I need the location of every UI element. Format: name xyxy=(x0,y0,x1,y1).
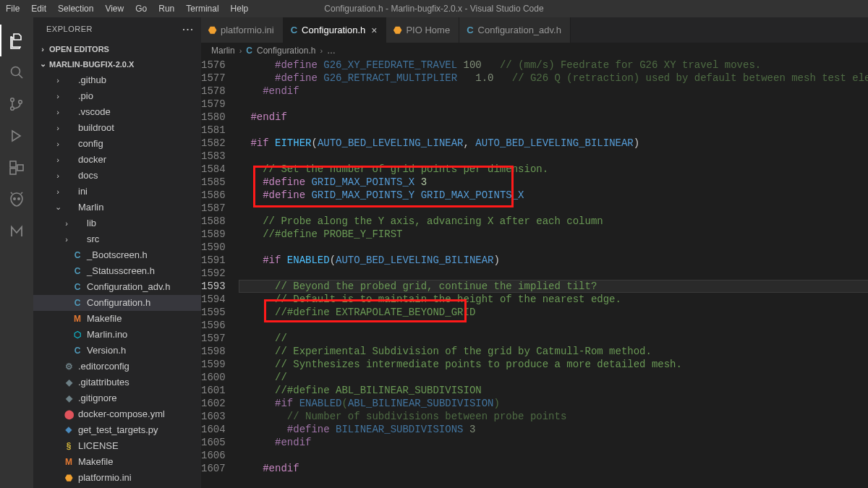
close-icon[interactable]: × xyxy=(371,25,377,36)
file-item[interactable]: MMakefile xyxy=(33,311,201,327)
tree-item-label: docker xyxy=(78,154,106,165)
code-line: // Beyond the probed grid, continue the … xyxy=(239,280,868,293)
folder-item[interactable]: ›.pio xyxy=(33,88,201,104)
folder-item[interactable]: ›buildroot xyxy=(33,120,201,136)
folder-icon xyxy=(62,138,75,150)
file-item[interactable]: C_Statusscreen.h xyxy=(33,263,201,279)
tree-item-label: _Statusscreen.h xyxy=(87,265,155,276)
activity-source-control[interactable] xyxy=(0,88,33,120)
editor-tab[interactable]: CConfiguration.h× xyxy=(284,17,387,43)
chevron-right-icon: › xyxy=(54,92,62,100)
code-line: // xyxy=(239,371,868,384)
line-number: 1594 xyxy=(201,293,226,306)
code-area[interactable]: 1576157715781579158015811582158315841585… xyxy=(201,59,868,488)
tree-item-label: .pio xyxy=(78,90,93,101)
tab-label: PIO Home xyxy=(406,25,450,35)
file-item[interactable]: MMakefile xyxy=(33,454,201,470)
code-line xyxy=(239,150,868,163)
chevron-right-icon: › xyxy=(38,45,48,53)
file-item[interactable]: ⬣platformio.ini xyxy=(33,470,201,486)
chevron-down-icon: ⌄ xyxy=(54,202,62,212)
file-item[interactable]: ◆.gitattributes xyxy=(33,374,201,390)
tree-item-label: .gitignore xyxy=(78,393,116,403)
menu-run[interactable]: Run xyxy=(153,0,180,17)
editor-tabs: ⬣platformio.iniCConfiguration.h×⬣PIO Hom… xyxy=(201,17,868,43)
chevron-right-icon: › xyxy=(54,76,62,85)
folder-item[interactable]: ›.vscode xyxy=(33,104,201,120)
code-line: #define G26_XY_FEEDRATE_TRAVEL 100 // (m… xyxy=(239,59,868,72)
file-item[interactable]: {}process-palette.json xyxy=(33,486,201,488)
file-item[interactable]: ⬤docker-compose.yml xyxy=(33,406,201,422)
sidebar-more-icon[interactable]: ··· xyxy=(182,27,194,31)
folder-item[interactable]: ›src xyxy=(33,231,201,247)
editor-tab[interactable]: ⬣PIO Home xyxy=(386,17,459,43)
open-editors-section[interactable]: › OPEN EDITORS xyxy=(33,41,201,56)
file-item[interactable]: ◆.gitignore xyxy=(33,390,201,406)
activity-run-debug[interactable] xyxy=(0,120,33,152)
editor-tab[interactable]: ⬣platformio.ini xyxy=(201,17,284,43)
menu-selection[interactable]: Selection xyxy=(52,0,99,17)
file-item[interactable]: ⯁get_test_targets.py xyxy=(33,422,201,438)
code-line: #endif xyxy=(239,111,868,124)
line-number: 1593 xyxy=(201,280,226,293)
tree-item-label: lib xyxy=(87,218,96,228)
folder-item[interactable]: ⌄Marlin xyxy=(33,200,201,215)
file-item[interactable]: CConfiguration_adv.h xyxy=(33,279,201,295)
c-file-icon: C xyxy=(246,46,252,56)
file-icon: ⚙ xyxy=(62,361,75,372)
activity-search[interactable] xyxy=(0,56,33,88)
file-item[interactable]: CConfiguration.h xyxy=(33,295,201,311)
code-line: #if EITHER(AUTO_BED_LEVELING_LINEAR, AUT… xyxy=(239,137,868,150)
line-number: 1597 xyxy=(201,332,226,345)
file-item[interactable]: ⬡Marlin.ino xyxy=(33,327,201,343)
line-number: 1579 xyxy=(201,98,226,111)
code-line xyxy=(239,124,868,137)
folder-item[interactable]: ›docker xyxy=(33,152,201,168)
editor-tab[interactable]: CConfiguration_adv.h xyxy=(459,17,571,43)
file-icon: C xyxy=(71,297,84,309)
chevron-right-icon: › xyxy=(54,187,62,196)
activity-extensions[interactable] xyxy=(0,152,33,184)
menu-edit[interactable]: Edit xyxy=(25,0,52,17)
workspace-label: MARLIN-BUGFIX-2.0.X xyxy=(49,60,134,69)
search-icon xyxy=(8,64,25,81)
source-control-icon xyxy=(8,95,25,113)
code-line: // Experimental Subdivision of the grid … xyxy=(239,345,868,358)
file-item[interactable]: CVersion.h xyxy=(33,343,201,359)
activity-explorer[interactable] xyxy=(0,25,33,56)
folder-item[interactable]: ›ini xyxy=(33,184,201,200)
breadcrumb-file: Configuration.h xyxy=(257,46,315,56)
menu-go[interactable]: Go xyxy=(129,0,153,17)
file-item[interactable]: §LICENSE xyxy=(33,438,201,454)
file-icon: M xyxy=(71,313,84,325)
chevron-right-icon: › xyxy=(54,171,62,180)
menu-help[interactable]: Help xyxy=(225,0,255,17)
activity-marlin[interactable] xyxy=(0,215,33,247)
code-content[interactable]: #define G26_XY_FEEDRATE_TRAVEL 100 // (m… xyxy=(239,59,868,488)
folder-item[interactable]: ›config xyxy=(33,136,201,152)
folder-item[interactable]: ›docs xyxy=(33,168,201,184)
activity-platformio[interactable] xyxy=(0,184,33,215)
workspace-section[interactable]: ⌄ MARLIN-BUGFIX-2.0.X xyxy=(33,56,201,72)
line-number: 1587 xyxy=(201,202,226,215)
folder-item[interactable]: ›lib xyxy=(33,215,201,231)
extensions-icon xyxy=(8,159,25,176)
line-number: 1591 xyxy=(201,254,226,267)
folder-item[interactable]: ›.github xyxy=(33,72,201,88)
tree-item-label: .github xyxy=(78,74,106,85)
folder-icon xyxy=(62,154,75,166)
menu-terminal[interactable]: Terminal xyxy=(180,0,224,17)
breadcrumbs[interactable]: Marlin › C Configuration.h › … xyxy=(201,43,868,59)
line-number: 1585 xyxy=(201,176,226,189)
line-number: 1584 xyxy=(201,163,226,176)
tab-file-icon: C xyxy=(467,25,473,35)
menu-view[interactable]: View xyxy=(99,0,129,17)
file-item[interactable]: C_Bootscreen.h xyxy=(33,247,201,263)
file-icon: C xyxy=(71,249,84,261)
line-number: 1578 xyxy=(201,85,226,98)
line-number: 1590 xyxy=(201,241,226,254)
line-number: 1602 xyxy=(201,397,226,410)
menu-file[interactable]: File xyxy=(0,0,25,17)
file-item[interactable]: ⚙.editorconfig xyxy=(33,359,201,374)
code-line xyxy=(239,319,868,332)
